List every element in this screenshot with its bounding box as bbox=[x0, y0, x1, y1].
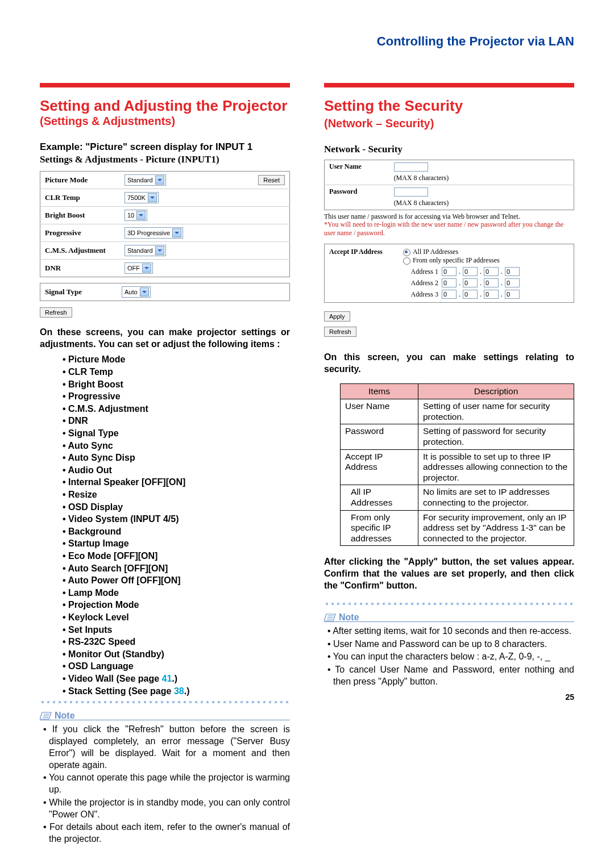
list-item: Audio Out bbox=[63, 464, 290, 477]
ip-octet-input[interactable]: 0 bbox=[463, 278, 478, 287]
row-label: Bright Boost bbox=[40, 206, 120, 224]
progressive-select[interactable]: 3D Progressive bbox=[125, 227, 183, 239]
section-bar bbox=[40, 83, 290, 87]
security-form: User Name (MAX 8 characters) Password (M… bbox=[324, 160, 574, 210]
user-name-input[interactable] bbox=[394, 162, 428, 172]
radio-specific-ip[interactable] bbox=[403, 257, 410, 265]
note-heading: Note bbox=[40, 711, 75, 721]
row-label: CLR Temp bbox=[40, 189, 120, 206]
password-label: Password bbox=[325, 185, 389, 210]
ip-octet-input[interactable]: 0 bbox=[505, 290, 520, 299]
chevron-down-icon bbox=[136, 211, 146, 220]
cms-adjustment-select[interactable]: Standard bbox=[125, 245, 166, 256]
body-text: On these screens, you can make projector… bbox=[40, 327, 290, 350]
access-note: This user name / password is for accessi… bbox=[324, 212, 574, 220]
page-link-41[interactable]: 41 bbox=[162, 674, 172, 683]
page-title: Controlling the Projector via LAN bbox=[40, 34, 574, 49]
list-item: OSD Language bbox=[63, 660, 290, 673]
picture-mode-select[interactable]: Standard bbox=[125, 174, 166, 186]
note-list: After setting items, wait for 10 seconds… bbox=[326, 625, 574, 688]
list-item: Picture Mode bbox=[63, 353, 290, 366]
list-item: Internal Speaker [OFF][ON] bbox=[63, 476, 290, 489]
clr-temp-select[interactable]: 7500K bbox=[125, 192, 159, 203]
note-icon bbox=[324, 613, 337, 622]
list-item: Auto Sync bbox=[63, 440, 290, 452]
accept-ip-label: Accept IP Address bbox=[325, 244, 399, 302]
col-items: Items bbox=[341, 383, 418, 399]
note-item: User Name and Password can be up to 8 ch… bbox=[326, 639, 574, 650]
table-row: Password bbox=[341, 424, 418, 449]
address-1-label: Address 1 bbox=[403, 268, 439, 276]
list-item: Stack Setting (See page 38.) bbox=[63, 685, 290, 698]
settings-subheading: Settings & Adjustments - Picture (INPUT1… bbox=[40, 154, 290, 165]
example-heading: Example: "Picture" screen display for IN… bbox=[40, 141, 290, 153]
ip-octet-input[interactable]: 0 bbox=[442, 278, 457, 287]
password-input[interactable] bbox=[394, 187, 428, 197]
table-cell: No limits are set to IP addresses connec… bbox=[418, 485, 574, 510]
section-bar bbox=[324, 83, 574, 87]
note-divider bbox=[40, 700, 290, 704]
body-text: On this screen, you can make settings re… bbox=[324, 352, 574, 375]
row-label: C.M.S. Adjustment bbox=[40, 241, 120, 259]
note-heading: Note bbox=[324, 612, 359, 623]
table-cell: Setting of user name for security protec… bbox=[418, 399, 574, 424]
security-subheading: Network - Security bbox=[324, 144, 574, 155]
radio-all-ip[interactable] bbox=[403, 249, 410, 256]
table-row: Accept IP Address bbox=[341, 449, 418, 485]
note-divider bbox=[324, 602, 574, 606]
ip-octet-input[interactable]: 0 bbox=[505, 278, 520, 287]
ip-octet-input[interactable]: 0 bbox=[484, 290, 499, 299]
list-item: Video Wall (See page 41.) bbox=[63, 673, 290, 685]
col-description: Description bbox=[418, 383, 574, 399]
ip-octet-input[interactable]: 0 bbox=[484, 278, 499, 287]
ip-octet-input[interactable]: 0 bbox=[463, 290, 478, 299]
address-2-label: Address 2 bbox=[403, 279, 439, 287]
radio-label: From only specific IP addresses bbox=[413, 256, 500, 264]
list-item: Signal Type bbox=[63, 427, 290, 440]
chevron-down-icon bbox=[172, 228, 181, 237]
list-item: RS-232C Speed bbox=[63, 636, 290, 648]
chevron-down-icon bbox=[142, 264, 151, 273]
chevron-down-icon bbox=[148, 193, 157, 202]
list-item: Set Inputs bbox=[63, 624, 290, 636]
body-text: After clicking the "Apply" button, the s… bbox=[324, 556, 574, 591]
note-item: After setting items, wait for 10 seconds… bbox=[326, 625, 574, 637]
signal-type-select[interactable]: Auto bbox=[122, 286, 151, 298]
dnr-select[interactable]: OFF bbox=[125, 262, 153, 274]
chevron-down-icon bbox=[140, 287, 149, 297]
table-cell: For security improvement, only an IP add… bbox=[418, 510, 574, 546]
ip-octet-input[interactable]: 0 bbox=[505, 267, 520, 276]
row-label: DNR bbox=[40, 259, 120, 277]
note-underline bbox=[40, 720, 290, 720]
list-item: Eco Mode [OFF][ON] bbox=[63, 550, 290, 562]
user-name-label: User Name bbox=[325, 160, 389, 185]
hint-text: (MAX 8 characters) bbox=[394, 174, 449, 182]
ip-octet-input[interactable]: 0 bbox=[463, 267, 478, 276]
refresh-button[interactable]: Refresh bbox=[40, 307, 72, 318]
chevron-down-icon bbox=[155, 246, 164, 255]
table-cell: It is possible to set up to three IP add… bbox=[418, 449, 574, 485]
page-number: 25 bbox=[324, 692, 574, 702]
right-column: Setting the Security (Network – Security… bbox=[324, 83, 574, 846]
apply-button[interactable]: Apply bbox=[324, 311, 350, 322]
address-3-label: Address 3 bbox=[403, 290, 439, 299]
picture-settings-table: Picture Mode Standard Reset CLR Temp 7 bbox=[40, 171, 290, 277]
signal-type-row: Signal Type Auto bbox=[40, 283, 290, 301]
reset-button[interactable]: Reset bbox=[258, 175, 285, 185]
ip-octet-input[interactable]: 0 bbox=[484, 267, 499, 276]
relogin-warning: *You will need to re-login with the new … bbox=[324, 220, 574, 237]
description-table: Items Description User Name Setting of u… bbox=[340, 383, 574, 546]
refresh-button[interactable]: Refresh bbox=[324, 327, 356, 337]
page-link-38[interactable]: 38 bbox=[174, 686, 184, 696]
ip-octet-input[interactable]: 0 bbox=[442, 267, 457, 276]
chevron-down-icon bbox=[155, 176, 164, 185]
left-column: Setting and Adjusting the Projector (Set… bbox=[40, 83, 290, 846]
ip-octet-input[interactable]: 0 bbox=[442, 290, 457, 299]
list-item: Auto Search [OFF][ON] bbox=[63, 562, 290, 575]
accept-ip-block: Accept IP Address All IP Addresses From … bbox=[324, 244, 574, 303]
list-item: OSD Display bbox=[63, 501, 290, 514]
bright-boost-select[interactable]: 10 bbox=[125, 210, 147, 221]
note-underline bbox=[324, 621, 574, 622]
note-item: If you click the "Refresh" button before… bbox=[42, 724, 290, 771]
section-title: Setting and Adjusting the Projector (Set… bbox=[40, 98, 290, 128]
